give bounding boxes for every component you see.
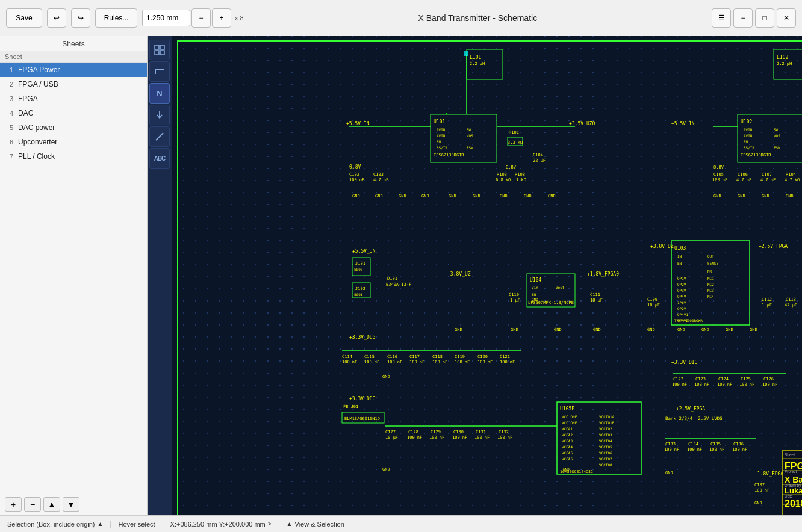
sheet-name: DAC	[18, 109, 33, 117]
svg-text:SENSE: SENSE	[707, 261, 718, 265]
hover-status: Hover select	[111, 521, 163, 528]
svg-text:PVIN: PVIN	[744, 128, 753, 132]
svg-text:C135: C135	[710, 442, 721, 447]
svg-text:+3.5V_UZO: +3.5V_UZO	[569, 121, 595, 126]
svg-text:GND: GND	[399, 194, 406, 199]
svg-text:+2.5V_FPGA: +2.5V_FPGA	[759, 244, 788, 249]
svg-text:VCCA2: VCCA2	[562, 433, 573, 437]
svg-text:VCCA5: VCCA5	[562, 451, 573, 455]
svg-text:C128: C128	[408, 430, 418, 435]
svg-text:C112: C112	[762, 297, 772, 302]
close-button[interactable]: ✕	[777, 8, 796, 28]
svg-text:100 nF: 100 nF	[452, 435, 467, 440]
svg-text:FB_J01: FB_J01	[343, 404, 358, 409]
svg-text:AVIN: AVIN	[744, 134, 753, 138]
svg-text:VCCA3: VCCA3	[562, 439, 573, 443]
svg-text:2018: 2018	[785, 498, 802, 509]
svg-text:2.2 µH: 2.2 µH	[470, 61, 485, 66]
schematic-canvas[interactable]: L101 2.2 µH U101 TPS62130RGTR PVIN AVIN …	[172, 36, 802, 515]
net-label-tool-button[interactable]: N	[149, 83, 170, 104]
svg-text:+1.8V_FPGA: +1.8V_FPGA	[754, 471, 783, 477]
undo-button[interactable]: ↩	[47, 8, 66, 28]
svg-text:100 nF: 100 nF	[349, 178, 364, 182]
svg-text:C126: C126	[763, 377, 774, 382]
svg-text:VCCA4: VCCA4	[562, 445, 573, 449]
sheet-item[interactable]: 3 FPGA	[0, 91, 147, 106]
sheet-toolbar: + − ▲ ▼	[0, 493, 147, 515]
zoom-decrease-button[interactable]: −	[191, 8, 211, 28]
svg-text:C129: C129	[431, 430, 441, 435]
svg-text:+5.5V_IN: +5.5V_IN	[671, 121, 695, 126]
text-tool-icon: ABC	[154, 155, 166, 162]
zoom-increase-button[interactable]: +	[212, 8, 231, 28]
wire-tool-button[interactable]	[149, 61, 170, 82]
svg-text:C106: C106	[738, 172, 748, 177]
sheet-list: 1 FPGA Power 2 FPGA / USB 3 FPGA 4 DAC 5…	[0, 63, 147, 493]
save-button[interactable]: Save	[6, 8, 42, 28]
selection-label: Selection (Box, include origin)	[7, 521, 95, 528]
move-sheet-down-button[interactable]: ▼	[63, 497, 79, 512]
svg-text:GND: GND	[548, 194, 556, 199]
svg-text:GND: GND	[455, 327, 462, 332]
sheet-item[interactable]: 1 FPGA Power	[0, 63, 147, 77]
menu-button[interactable]: ☰	[712, 8, 731, 28]
remove-sheet-button[interactable]: −	[24, 497, 41, 512]
add-sheet-button[interactable]: +	[5, 497, 22, 512]
select-tool-button[interactable]	[149, 40, 170, 60]
svg-text:VCCA6: VCCA6	[562, 457, 573, 461]
sheet-item[interactable]: 5 DAC power	[0, 120, 147, 135]
svg-text:NC4: NC4	[707, 294, 714, 298]
svg-text:GND: GND	[713, 194, 721, 199]
svg-text:OP2V: OP2V	[677, 282, 686, 286]
svg-text:R101: R101	[509, 130, 519, 135]
maximize-button[interactable]: □	[755, 8, 774, 28]
svg-text:R104: R104	[786, 172, 796, 177]
sheet-item[interactable]: 7 PLL / Clock	[0, 149, 147, 164]
svg-text:VOS: VOS	[774, 134, 780, 138]
sheet-name: FPGA Power	[18, 66, 60, 74]
selection-status[interactable]: Selection (Box, include origin) ▲	[7, 521, 111, 528]
svg-text:PVIN: PVIN	[437, 128, 446, 132]
svg-text:C134: C134	[688, 442, 698, 447]
svg-text:C127: C127	[385, 430, 396, 435]
power-port-tool-button[interactable]	[149, 105, 170, 125]
svg-text:TPS7A4700RGWR: TPS7A4700RGWR	[674, 318, 703, 323]
svg-text:C131: C131	[476, 430, 486, 435]
zoom-input[interactable]	[142, 10, 190, 26]
svg-text:R108: R108	[515, 172, 525, 177]
svg-text:GND: GND	[647, 327, 655, 332]
svg-text:C105: C105	[713, 172, 724, 177]
svg-text:100 nF: 100 nF	[342, 360, 357, 365]
minimize-button[interactable]: −	[733, 8, 753, 28]
svg-rect-2	[155, 51, 159, 55]
sheet-item[interactable]: 2 FPGA / USB	[0, 77, 147, 91]
rules-button[interactable]: Rules...	[95, 8, 137, 28]
text-tool-button[interactable]: ABC	[149, 148, 170, 169]
svg-text:GND: GND	[382, 467, 390, 472]
svg-text:1P6V: 1P6V	[677, 300, 686, 305]
svg-text:C114: C114	[342, 354, 352, 359]
sheet-item[interactable]: 6 Upconverter	[0, 135, 147, 149]
svg-text:C119: C119	[455, 354, 465, 359]
line-tool-button[interactable]	[149, 126, 170, 147]
tool-panel: N ABC	[148, 36, 172, 515]
svg-text:GND: GND	[750, 327, 757, 332]
view-status[interactable]: ▲ View & Selection	[279, 521, 352, 528]
svg-text:OP3V: OP3V	[677, 288, 686, 292]
left-panel: Sheets Sheet 1 FPGA Power 2 FPGA / USB 3…	[0, 36, 148, 515]
svg-text:GND: GND	[473, 194, 480, 199]
svg-text:OUT: OUT	[707, 254, 714, 258]
redo-button[interactable]: ↪	[71, 8, 90, 28]
svg-text:100 nF: 100 nF	[762, 382, 777, 387]
move-sheet-up-button[interactable]: ▲	[43, 497, 60, 512]
svg-rect-262	[464, 51, 468, 56]
sheet-item[interactable]: 4 DAC	[0, 106, 147, 120]
svg-rect-90	[352, 258, 370, 276]
svg-text:GND: GND	[738, 194, 745, 199]
svg-text:NC1: NC1	[707, 276, 714, 280]
svg-text:100 nF: 100 nF	[732, 447, 747, 452]
svg-text:GND: GND	[726, 327, 733, 332]
svg-text:+5.5V_IN: +5.5V_IN	[352, 249, 376, 254]
svg-text:100 nF: 100 nF	[687, 447, 702, 452]
svg-text:VCCIO8: VCCIO8	[599, 463, 612, 467]
